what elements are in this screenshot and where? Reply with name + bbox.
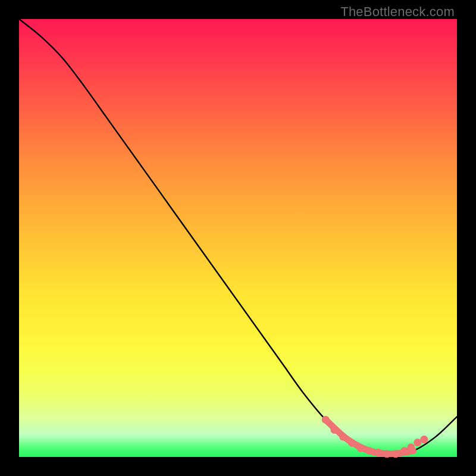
curve-marker <box>374 449 382 456</box>
curve-marker <box>365 447 373 455</box>
curve-marker <box>322 416 330 424</box>
curve-marker <box>420 436 428 443</box>
curve-marker <box>392 450 400 458</box>
bottleneck-curve <box>19 19 457 454</box>
curve-marker <box>407 443 415 451</box>
curve-marker <box>357 444 365 452</box>
curve-markers <box>322 416 428 458</box>
curve-marker <box>339 433 347 441</box>
plot-area <box>19 19 457 457</box>
watermark-label: TheBottleneck.com <box>340 4 455 20</box>
curve-layer <box>19 19 457 457</box>
curve-marker <box>383 450 391 458</box>
chart-frame: TheBottleneck.com <box>0 0 476 476</box>
curve-marker <box>400 447 408 455</box>
curve-marker <box>330 426 338 434</box>
curve-marker <box>348 439 356 447</box>
